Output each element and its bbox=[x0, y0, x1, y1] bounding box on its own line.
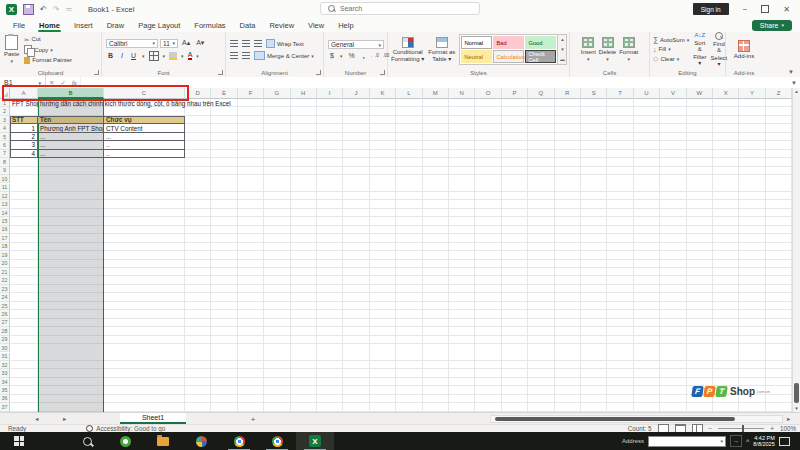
column-header-Z[interactable]: Z bbox=[766, 88, 792, 99]
cell-B4[interactable]: Phương Anh FPT Shop bbox=[38, 124, 104, 132]
new-sheet-button[interactable]: + bbox=[248, 414, 258, 424]
row-header-37[interactable]: 37 bbox=[0, 403, 10, 411]
cell-style-normal[interactable]: Normal bbox=[461, 36, 492, 49]
cell-A5[interactable]: 2 bbox=[10, 133, 38, 141]
column-header-S[interactable]: S bbox=[581, 88, 607, 99]
row-header-8[interactable]: 8 bbox=[0, 158, 10, 166]
taskbar-clock[interactable]: 4:42 PM 8/8/2025 bbox=[753, 435, 774, 448]
row-header-28[interactable]: 28 bbox=[0, 327, 10, 335]
clear-button[interactable]: ◇Clear▾ bbox=[653, 55, 689, 63]
insert-cells-button[interactable]: Insert▾ bbox=[581, 37, 596, 63]
column-header-W[interactable]: W bbox=[687, 88, 713, 99]
align-top-icon[interactable] bbox=[230, 40, 238, 47]
zoom-in-icon[interactable]: + bbox=[770, 425, 774, 432]
column-header-U[interactable]: U bbox=[634, 88, 660, 99]
cell-style-calculation[interactable]: Calculation bbox=[493, 50, 524, 63]
ribbon-tab-page-layout[interactable]: Page Layout bbox=[131, 18, 187, 32]
column-header-X[interactable]: X bbox=[713, 88, 739, 99]
ribbon-tab-review[interactable]: Review bbox=[262, 18, 301, 32]
column-header-H[interactable]: H bbox=[291, 88, 317, 99]
column-header-M[interactable]: M bbox=[423, 88, 449, 99]
clipboard-dialog-launcher[interactable] bbox=[94, 70, 99, 75]
row-header-14[interactable]: 14 bbox=[0, 209, 10, 217]
row-header-12[interactable]: 12 bbox=[0, 192, 10, 200]
vertical-scrollbar[interactable]: ▲ ▼ bbox=[792, 88, 800, 412]
row-header-18[interactable]: 18 bbox=[0, 243, 10, 251]
wrap-text-button[interactable]: Wrap Text bbox=[266, 39, 304, 48]
sheet-tab-sheet1[interactable]: Sheet1 bbox=[120, 413, 186, 424]
borders-button[interactable] bbox=[149, 51, 159, 61]
font-color-button[interactable]: A bbox=[188, 51, 193, 60]
address-input[interactable]: ▾ bbox=[648, 436, 726, 447]
cell-style-bad[interactable]: Bad bbox=[493, 36, 524, 49]
taskbar-excel[interactable]: X bbox=[296, 432, 334, 450]
start-button[interactable] bbox=[0, 432, 38, 450]
row-header-15[interactable]: 15 bbox=[0, 217, 10, 225]
row-header-25[interactable]: 25 bbox=[0, 302, 10, 310]
number-format-select[interactable]: General▾ bbox=[328, 40, 384, 49]
cell-B5[interactable]: ... bbox=[38, 133, 104, 141]
row-header-17[interactable]: 17 bbox=[0, 234, 10, 242]
orientation-icon[interactable] bbox=[254, 40, 262, 47]
cell-C3[interactable]: Chức vụ bbox=[104, 116, 185, 124]
row-header-34[interactable]: 34 bbox=[0, 378, 10, 386]
taskbar-file-explorer[interactable] bbox=[144, 432, 182, 450]
column-header-Y[interactable]: Y bbox=[739, 88, 765, 99]
row-header-4[interactable]: 4 bbox=[0, 124, 10, 132]
align-middle-icon[interactable] bbox=[242, 40, 250, 47]
row-header-20[interactable]: 20 bbox=[0, 260, 10, 268]
minimize-button[interactable]: − bbox=[743, 5, 748, 14]
bold-button[interactable]: B bbox=[106, 52, 115, 59]
row-header-27[interactable]: 27 bbox=[0, 319, 10, 327]
format-painter-button[interactable]: Format Painter bbox=[24, 57, 72, 64]
cell-style-good[interactable]: Good bbox=[525, 36, 556, 49]
collapse-ribbon-icon[interactable]: ▼ bbox=[788, 69, 794, 75]
ribbon-tab-insert[interactable]: Insert bbox=[67, 18, 100, 32]
scroll-down-icon[interactable]: ▼ bbox=[793, 406, 800, 411]
ribbon-tab-file[interactable]: File bbox=[6, 18, 32, 32]
ribbon-tab-data[interactable]: Data bbox=[233, 18, 263, 32]
align-left-icon[interactable] bbox=[230, 52, 238, 59]
cell-C7[interactable]: .. bbox=[104, 150, 185, 158]
fill-color-button[interactable] bbox=[169, 52, 177, 60]
autosum-button[interactable]: ∑AutoSum▾ bbox=[653, 36, 689, 43]
row-header-21[interactable]: 21 bbox=[0, 268, 10, 276]
increase-font-button[interactable]: A▴ bbox=[180, 39, 192, 47]
column-header-N[interactable]: N bbox=[449, 88, 475, 99]
column-header-P[interactable]: P bbox=[502, 88, 528, 99]
column-header-Q[interactable]: Q bbox=[528, 88, 554, 99]
row-header-13[interactable]: 13 bbox=[0, 200, 10, 208]
close-button[interactable]: ✕ bbox=[783, 5, 790, 14]
zoom-slider[interactable] bbox=[718, 428, 764, 429]
column-header-L[interactable]: L bbox=[396, 88, 422, 99]
cut-button[interactable]: ✂Cut bbox=[24, 36, 72, 43]
scroll-up-icon[interactable]: ▲ bbox=[793, 89, 800, 94]
conditional-formatting-button[interactable]: Conditional Formatting ▾ bbox=[391, 37, 424, 63]
column-header-G[interactable]: G bbox=[264, 88, 290, 99]
ribbon-tab-draw[interactable]: Draw bbox=[100, 18, 132, 32]
row-header-9[interactable]: 9 bbox=[0, 167, 10, 175]
cell-B7[interactable]: ... bbox=[38, 150, 104, 158]
hidden-icons-chevron[interactable]: ^ bbox=[746, 438, 749, 445]
ribbon-tab-help[interactable]: Help bbox=[331, 18, 360, 32]
row-header-29[interactable]: 29 bbox=[0, 336, 10, 344]
row-header-3[interactable]: 3 bbox=[0, 116, 10, 124]
row-header-33[interactable]: 33 bbox=[0, 369, 10, 377]
prev-sheet-icon[interactable]: ◄ bbox=[34, 416, 39, 422]
undo-button[interactable]: ↶ bbox=[40, 5, 47, 14]
column-header-V[interactable]: V bbox=[660, 88, 686, 99]
decrease-font-button[interactable]: A▾ bbox=[194, 39, 206, 47]
row-header-31[interactable]: 31 bbox=[0, 353, 10, 361]
column-header-R[interactable]: R bbox=[555, 88, 581, 99]
merge-center-button[interactable]: Merge & Center▾ bbox=[254, 51, 314, 60]
font-dialog-launcher[interactable] bbox=[218, 70, 223, 75]
restore-button[interactable] bbox=[761, 5, 769, 13]
column-header-K[interactable]: K bbox=[370, 88, 396, 99]
column-header-J[interactable]: J bbox=[343, 88, 369, 99]
ribbon-tab-home[interactable]: Home bbox=[32, 18, 67, 32]
row-header-16[interactable]: 16 bbox=[0, 226, 10, 234]
zoom-out-icon[interactable]: − bbox=[709, 425, 713, 432]
sign-in-button[interactable]: Sign in bbox=[693, 3, 729, 15]
taskbar-app-green[interactable] bbox=[106, 432, 144, 450]
cell-C5[interactable]: ... bbox=[104, 133, 185, 141]
